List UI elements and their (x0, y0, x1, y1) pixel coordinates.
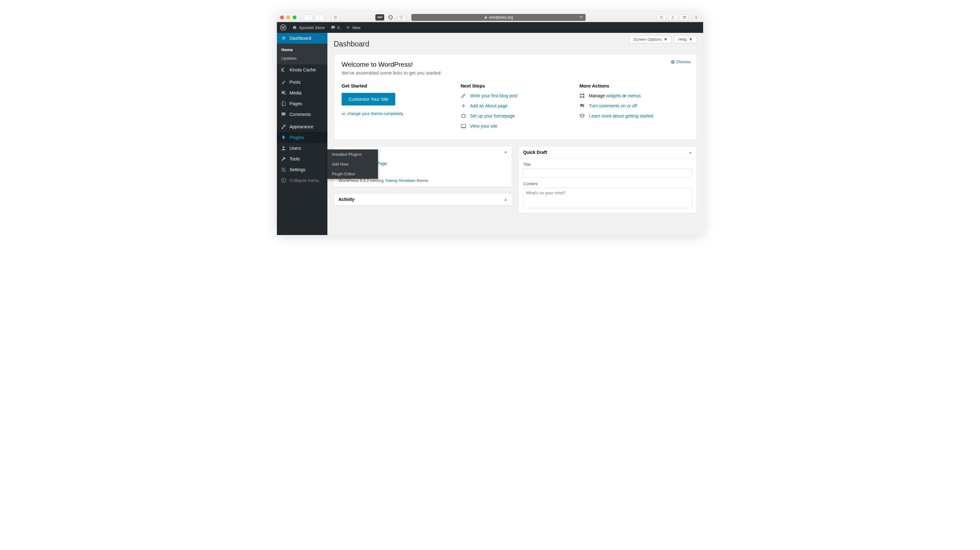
help-button[interactable]: Help ▼ (674, 35, 697, 43)
view-site-link[interactable]: View your site (470, 124, 498, 129)
sidebar-toggle-button[interactable] (331, 14, 340, 21)
svg-point-5 (283, 38, 284, 39)
close-window-icon[interactable] (280, 16, 284, 19)
setup-homepage-link[interactable]: Set up your homepage (470, 113, 515, 118)
lock-icon (484, 16, 487, 19)
wp-version-line: WordPress 5.2.2 running Twenty Nineteen … (339, 178, 508, 183)
customize-site-button[interactable]: Customize Your Site (342, 93, 395, 105)
sidebar-label: Plugins (290, 135, 304, 140)
sidebar-label: Dashboard (290, 36, 311, 41)
widgets-icon (579, 93, 585, 99)
add-about-link[interactable]: Add an About page (470, 103, 508, 108)
browser-titlebar: 〈 〉 ABP G wordpress.org ⟳ + (277, 13, 703, 22)
draft-title-input[interactable] (523, 168, 692, 177)
svg-point-8 (284, 168, 285, 169)
sidebar-item-dashboard[interactable]: Dashboard (277, 33, 328, 44)
close-icon (671, 60, 675, 64)
more-actions-heading: More Actions (579, 83, 689, 88)
sidebar-item-appearance[interactable]: Appearance (277, 121, 328, 132)
kinsta-icon (281, 67, 286, 73)
share-button[interactable] (668, 14, 677, 21)
dismiss-label: Dismiss (676, 59, 691, 64)
change-theme-line: or, change your theme completely (342, 111, 451, 116)
activity-panel: Activity ▲ (334, 193, 512, 206)
flyout-plugin-editor[interactable]: Plugin Editor (328, 169, 378, 179)
svg-rect-16 (580, 96, 582, 98)
user-icon (281, 145, 286, 151)
menus-link[interactable]: menus (628, 93, 641, 98)
grammarly-extension-icon[interactable]: G (386, 14, 395, 21)
next-steps-col: Next Steps Write your first blog post Ad… (461, 83, 570, 133)
sidebar-label: Users (290, 146, 301, 151)
flyout-add-new[interactable]: Add New (328, 159, 378, 169)
comments-icon (281, 112, 286, 117)
downloads-button[interactable] (657, 14, 666, 21)
pin-icon (281, 79, 286, 85)
svg-point-10 (285, 171, 286, 172)
edit-icon (461, 93, 466, 99)
abp-extension-icon[interactable]: ABP (375, 14, 384, 21)
site-link[interactable]: Spocket Store (292, 25, 325, 30)
comment-icon (331, 25, 336, 30)
reload-icon[interactable]: ⟳ (580, 15, 583, 19)
sidebar-item-posts[interactable]: Posts (277, 77, 328, 88)
write-post-link[interactable]: Write your first blog post (470, 93, 518, 98)
theme-link[interactable]: Twenty Nineteen (385, 178, 415, 183)
svg-rect-17 (583, 96, 584, 98)
svg-rect-0 (334, 16, 337, 19)
main-content: Screen Options ▼ Help ▼ Dashboard Dismis… (328, 33, 703, 235)
panel-toggle-icon[interactable]: ▲ (689, 150, 692, 154)
submenu-updates[interactable]: Updates (277, 54, 328, 62)
svg-point-9 (282, 169, 283, 170)
sidebar-label: Settings (290, 167, 305, 172)
screen-options-button[interactable]: Screen Options ▼ (629, 35, 671, 43)
comments-off-icon (579, 103, 585, 109)
nav-back-button[interactable]: 〈 (304, 14, 313, 21)
sidebar-item-comments[interactable]: Comments (277, 109, 328, 120)
submenu-home[interactable]: Home (277, 46, 328, 54)
sidebar-item-plugins[interactable]: Plugins (277, 132, 328, 143)
sidebar-item-kinsta[interactable]: Kinsta Cache (277, 64, 328, 75)
new-tab-button[interactable]: + (692, 14, 700, 21)
panel-toggle-icon[interactable]: ▲ (504, 150, 508, 153)
url-text: wordpress.org (489, 15, 513, 19)
panel-toggle-icon[interactable]: ▲ (504, 198, 508, 201)
collapse-menu-button[interactable]: Collapse menu (277, 175, 328, 186)
sidebar-item-media[interactable]: Media (277, 88, 328, 98)
comments-link[interactable]: 0 (331, 25, 340, 30)
draft-content-input[interactable] (523, 188, 692, 208)
widgets-link[interactable]: widgets (606, 93, 621, 98)
svg-point-7 (283, 146, 285, 148)
learn-more-link[interactable]: Learn more about getting started (589, 113, 653, 118)
sidebar-item-pages[interactable]: Pages (277, 98, 328, 109)
svg-rect-13 (461, 124, 466, 127)
dashboard-icon (281, 35, 286, 41)
sidebar-item-users[interactable]: Users (277, 143, 328, 153)
flyout-installed-plugins[interactable]: Installed Plugins (328, 150, 378, 159)
svg-rect-14 (580, 94, 582, 95)
zoom-window-icon[interactable] (293, 16, 296, 19)
tabs-button[interactable] (680, 14, 689, 21)
nav-forward-button[interactable]: 〉 (315, 14, 324, 21)
change-theme-link[interactable]: change your theme completely (347, 111, 403, 116)
sidebar-item-tools[interactable]: Tools (277, 153, 328, 164)
comment-count: 0 (337, 25, 340, 30)
home-icon (461, 113, 466, 119)
svg-rect-15 (583, 94, 584, 95)
new-content-link[interactable]: New (345, 25, 361, 30)
url-bar[interactable]: wordpress.org ⟳ (411, 14, 585, 21)
home-icon (292, 25, 297, 30)
plus-icon (461, 103, 466, 109)
sidebar-label: Pages (290, 101, 302, 106)
help-label: Help (678, 37, 687, 42)
dismiss-button[interactable]: Dismiss (671, 59, 691, 64)
minimize-window-icon[interactable] (286, 16, 290, 19)
get-started-heading: Get Started (342, 83, 451, 88)
comments-toggle-link[interactable]: Turn comments on or off (589, 103, 637, 108)
new-label: New (352, 25, 361, 30)
sidebar-item-settings[interactable]: Settings (277, 164, 328, 175)
privacy-extension-icon[interactable] (397, 14, 406, 21)
wordpress-logo-icon[interactable]: W (280, 24, 286, 31)
draft-title-label: Title (523, 162, 692, 167)
plug-icon (281, 135, 286, 140)
